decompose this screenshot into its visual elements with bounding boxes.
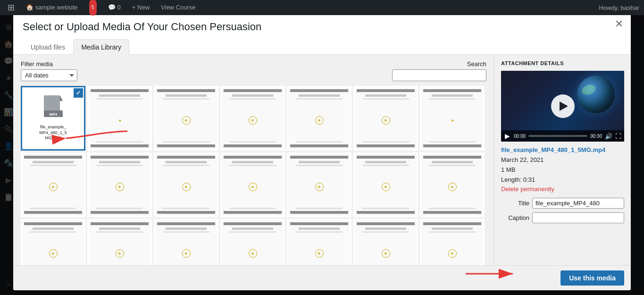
cert-sub: [362, 165, 409, 166]
cert-seal-icon: ❋: [116, 183, 124, 191]
cert-sub: [96, 231, 142, 233]
title-field-input[interactable]: [532, 198, 624, 209]
list-item[interactable]: ✦: [87, 86, 152, 151]
media-item-video[interactable]: MP4 file_example_MP4_480_1_5MG.mp4 ✓: [21, 86, 85, 151]
cert-title: [166, 94, 206, 97]
list-item[interactable]: ❋: [287, 152, 351, 217]
cert-header: [290, 156, 348, 159]
cert-thumbnail: ❋: [155, 220, 217, 265]
cert-title: [232, 94, 273, 97]
updates-item[interactable]: 5: [86, 0, 100, 15]
cert-title: [432, 228, 472, 230]
list-item[interactable]: ❋: [420, 152, 485, 217]
cert-thumbnail: ❋: [421, 154, 483, 216]
modal-header: Select or Upload Media Of Your Chosen Pe…: [13, 13, 631, 55]
search-input[interactable]: [392, 69, 486, 81]
ctrl-play-button[interactable]: ▶: [504, 132, 511, 140]
cert-body: ❋: [91, 233, 149, 265]
ctrl-time-end: 00:30: [590, 134, 602, 139]
list-item[interactable]: ❋: [220, 152, 285, 217]
modal-title: Select or Upload Media Of Your Chosen Pe…: [23, 21, 621, 33]
filter-label: Filter media: [21, 60, 77, 67]
cert-title: [432, 94, 472, 97]
list-item[interactable]: ❋: [287, 86, 351, 151]
list-item[interactable]: ✦: [420, 86, 485, 151]
list-item[interactable]: ❋: [220, 86, 285, 151]
media-grid: MP4 file_example_MP4_480_1_5MG.mp4 ✓: [21, 86, 486, 265]
filter-group: Filter media All dates March 2021 Februa…: [21, 60, 77, 81]
tab-media-library[interactable]: Media Library: [73, 39, 129, 55]
cert-body: ❋: [423, 167, 481, 207]
filter-dates-select[interactable]: All dates March 2021 February 2021: [21, 69, 77, 81]
attachment-caption-field: Caption: [501, 212, 624, 223]
media-modal: Select or Upload Media Of Your Chosen Pe…: [13, 13, 631, 290]
list-item[interactable]: ❋: [154, 219, 218, 265]
list-item[interactable]: ❋: [353, 219, 418, 265]
cert-sub: [163, 165, 209, 166]
list-item[interactable]: ❋: [287, 219, 351, 265]
cert-title: [99, 161, 140, 163]
ctrl-fullscreen-button[interactable]: ⛶: [615, 133, 621, 140]
cert-sub: [429, 98, 475, 100]
view-course-item[interactable]: View Course: [158, 0, 198, 15]
new-item[interactable]: + New: [129, 0, 152, 15]
cert-title: [365, 228, 406, 230]
list-item[interactable]: ❋: [353, 152, 418, 217]
cert-header: [24, 156, 82, 159]
list-item[interactable]: ❋: [353, 86, 418, 151]
cert-footer: [357, 211, 415, 214]
cert-header: [91, 222, 149, 225]
cert-sub2: [429, 141, 475, 143]
cert-seal-icon: ❋: [382, 183, 390, 191]
title-field-label: Title: [501, 198, 529, 207]
cert-seal-icon: ❋: [116, 249, 124, 258]
cert-body: ✦: [91, 100, 149, 141]
cert-footer: [157, 211, 215, 214]
cert-sub: [229, 231, 276, 233]
cert-seal-icon: ❋: [182, 249, 191, 258]
attachment-meta: file_example_MP4_480_1_5MG.mp4 March 22,…: [501, 146, 624, 193]
ctrl-volume-button[interactable]: 🔊: [605, 133, 612, 140]
cert-title: [232, 161, 273, 163]
cert-sub2: [362, 208, 409, 209]
cert-seal-icon: ❋: [49, 183, 58, 191]
list-item[interactable]: ❋: [154, 86, 218, 151]
cert-body: ❋: [224, 233, 282, 265]
caption-field-input[interactable]: [532, 212, 624, 223]
ctrl-progress-bar[interactable]: [528, 135, 587, 137]
media-grid-container[interactable]: MP4 file_example_MP4_480_1_5MG.mp4 ✓: [21, 86, 486, 265]
new-label: + New: [132, 0, 150, 15]
wp-logo-icon[interactable]: ⊞: [5, 2, 17, 13]
modal-close-button[interactable]: ✕: [612, 17, 626, 31]
caption-field-label: Caption: [501, 212, 529, 221]
list-item[interactable]: ❋: [87, 219, 152, 265]
comments-item[interactable]: 💬 0: [105, 0, 124, 15]
video-play-button[interactable]: [551, 94, 575, 118]
cert-thumbnail: ❋: [421, 220, 483, 265]
cert-body: ❋: [290, 167, 348, 207]
cert-body: ❋: [423, 233, 481, 265]
red-arrow-annotation: [466, 262, 522, 286]
site-name: sample website: [35, 0, 78, 15]
use-this-media-button[interactable]: Use this media: [560, 270, 624, 286]
list-item[interactable]: ❋: [154, 152, 218, 217]
site-home-item[interactable]: 🏠 sample website: [23, 0, 81, 15]
list-item[interactable]: ❋: [420, 219, 485, 265]
list-item[interactable]: ❋: [87, 152, 152, 217]
list-item[interactable]: ❋: [21, 219, 85, 265]
cert-footer: [357, 144, 415, 147]
ctrl-time-start: 00:00: [514, 134, 526, 139]
cert-thumbnail: ❋: [155, 154, 217, 216]
attachment-details-title: ATTACHMENT DETAILS: [501, 60, 624, 66]
cert-thumbnail: ❋: [222, 87, 284, 149]
list-item[interactable]: ❋: [21, 152, 85, 217]
list-item[interactable]: ❋: [220, 219, 285, 265]
comments-count: 0: [117, 0, 121, 15]
svg-marker-2: [60, 95, 63, 101]
cert-body: ❋: [224, 167, 282, 207]
file-svg-icon: MP4: [42, 95, 65, 122]
search-label: Search: [467, 60, 486, 67]
tab-upload-files[interactable]: Upload files: [23, 39, 73, 55]
attachment-delete-link[interactable]: Delete permanently: [501, 185, 554, 193]
cert-sub: [429, 165, 475, 166]
